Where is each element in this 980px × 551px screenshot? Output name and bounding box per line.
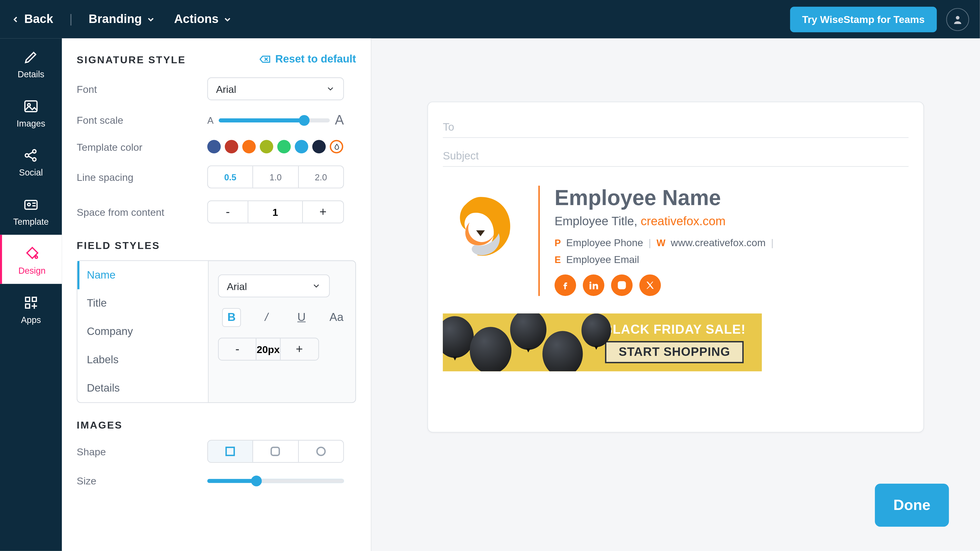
format-italic-button[interactable]: / (257, 308, 276, 327)
web-value: www.creativefox.com (671, 237, 765, 248)
shape-circle[interactable] (299, 441, 343, 462)
chevron-left-icon (11, 14, 20, 24)
email-preview-card: To Subject Employee Name (427, 102, 924, 432)
actions-dropdown[interactable]: Actions (174, 12, 232, 26)
separator: | (649, 237, 651, 248)
stepper-plus[interactable]: + (280, 338, 318, 360)
color-swatch[interactable] (312, 140, 326, 153)
color-swatch[interactable] (260, 140, 273, 153)
nav-social[interactable]: Social (0, 137, 62, 186)
reset-to-default-link[interactable]: Reset to default (259, 53, 356, 65)
done-button[interactable]: Done (875, 484, 949, 527)
nav-apps[interactable]: Apps (0, 284, 62, 333)
svg-rect-9 (32, 297, 37, 302)
field-tab-title[interactable]: Title (77, 289, 208, 318)
paint-bucket-icon (24, 246, 40, 262)
to-field[interactable]: To (443, 117, 908, 138)
color-swatch[interactable] (295, 140, 308, 153)
separator: | (771, 237, 773, 248)
left-nav: Details Images Social Template Design Ap… (0, 38, 62, 551)
stepper-minus[interactable]: - (208, 201, 248, 222)
promo-banner[interactable]: BLACK FRIDAY SALE! START SHOPPING (443, 313, 762, 372)
field-tab-company[interactable]: Company (77, 318, 208, 346)
signature-style-heading: SIGNATURE STYLE (77, 54, 186, 65)
nav-design-label: Design (18, 266, 46, 276)
nav-details[interactable]: Details (0, 38, 62, 87)
back-button[interactable]: Back (11, 12, 53, 26)
image-shape-segment (207, 440, 344, 463)
nav-details-label: Details (18, 69, 45, 79)
field-styles-heading: FIELD STYLES (77, 240, 356, 251)
nav-apps-label: Apps (21, 315, 41, 325)
image-size-slider[interactable] (207, 478, 344, 483)
profile-avatar[interactable] (946, 8, 969, 30)
stepper-minus[interactable]: - (219, 338, 257, 360)
field-font-select[interactable]: Arial (218, 275, 330, 297)
subject-field[interactable]: Subject (443, 146, 908, 167)
email-label: E (555, 254, 561, 265)
social-icons (555, 275, 773, 296)
company-link[interactable]: creativefox.com (641, 214, 725, 228)
branding-label: Branding (89, 12, 142, 26)
nav-template-label: Template (13, 217, 49, 227)
font-scale-label: Font scale (77, 114, 207, 126)
nav-design[interactable]: Design (0, 235, 62, 284)
nav-images-label: Images (17, 118, 45, 129)
drop-icon (333, 143, 340, 150)
image-icon (23, 98, 39, 114)
facebook-icon[interactable] (555, 275, 576, 296)
images-heading: IMAGES (77, 419, 356, 430)
format-case-button[interactable]: Aa (327, 308, 346, 327)
field-size-stepper: - 20px + (218, 338, 319, 361)
chevron-down-icon (312, 281, 321, 291)
svg-point-7 (27, 203, 30, 206)
svg-point-12 (620, 284, 623, 287)
scale-small-a: A (207, 115, 213, 125)
nav-images[interactable]: Images (0, 87, 62, 137)
shape-square[interactable] (208, 441, 253, 462)
color-swatch[interactable] (207, 140, 221, 153)
field-tab-details[interactable]: Details (77, 374, 208, 402)
color-swatch[interactable] (242, 140, 256, 153)
chevron-down-icon (223, 14, 232, 24)
field-tab-labels[interactable]: Labels (77, 346, 208, 374)
template-color-label: Template color (77, 141, 207, 152)
color-picker-swatch[interactable] (330, 140, 343, 153)
instagram-icon[interactable] (611, 275, 632, 296)
line-spacing-10[interactable]: 1.0 (253, 166, 299, 187)
nav-template[interactable]: Template (0, 186, 62, 235)
svg-rect-8 (25, 297, 30, 302)
line-spacing-20[interactable]: 2.0 (299, 166, 343, 187)
banner-cta[interactable]: START SHOPPING (605, 341, 743, 363)
employee-title: Employee Title, creativefox.com (555, 214, 773, 229)
format-bold-button[interactable]: B (222, 308, 241, 327)
share-icon (23, 148, 39, 164)
x-twitter-icon[interactable] (639, 275, 661, 296)
font-label: Font (77, 83, 207, 95)
size-label: Size (77, 475, 207, 486)
line-spacing-05[interactable]: 0.5 (208, 166, 253, 187)
stepper-plus[interactable]: + (303, 201, 343, 222)
branding-dropdown[interactable]: Branding (89, 12, 155, 26)
circle-icon (316, 447, 326, 456)
color-swatch[interactable] (277, 140, 291, 153)
square-icon (226, 447, 235, 456)
linkedin-icon[interactable] (583, 275, 605, 296)
web-label: W (656, 237, 665, 248)
field-size-value: 20px (257, 338, 280, 360)
font-scale-slider[interactable] (219, 118, 329, 122)
try-teams-button[interactable]: Try WiseStamp for Teams (790, 6, 937, 32)
field-font-value: Arial (227, 280, 247, 292)
shape-rounded[interactable] (253, 441, 299, 462)
reset-label: Reset to default (275, 53, 356, 65)
banner-title: BLACK FRIDAY SALE! (603, 322, 746, 337)
field-tab-name[interactable]: Name (77, 261, 208, 289)
color-swatch[interactable] (225, 140, 239, 153)
signature-logo (443, 186, 518, 296)
format-underline-button[interactable]: U (292, 308, 311, 327)
font-select[interactable]: Arial (207, 77, 344, 100)
email-value: Employee Email (566, 254, 639, 265)
nav-social-label: Social (19, 168, 43, 178)
preview-area: To Subject Employee Name (372, 38, 980, 551)
fox-logo-icon (444, 190, 517, 262)
